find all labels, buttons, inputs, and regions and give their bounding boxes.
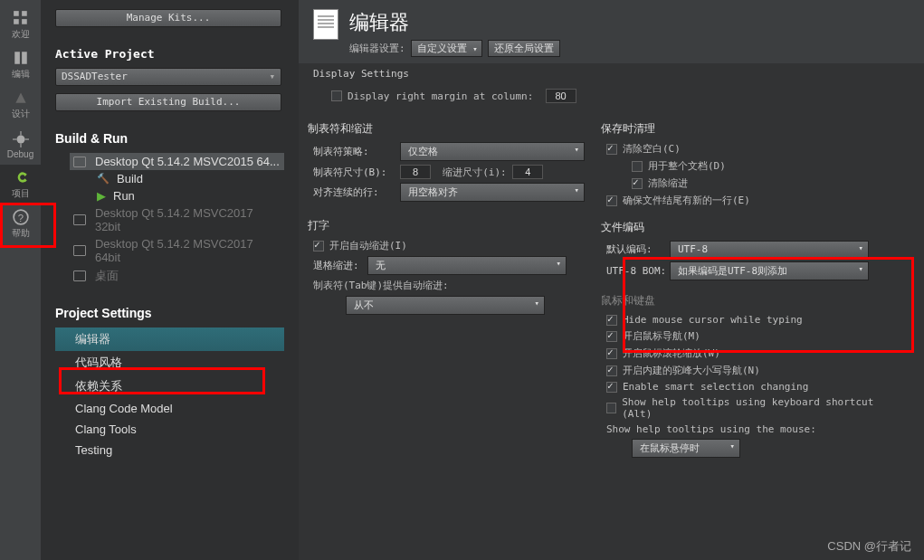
kit-build[interactable]: 🔨Build bbox=[70, 170, 284, 187]
import-build-button[interactable]: Import Existing Build... bbox=[55, 93, 281, 111]
kit-item[interactable]: 桌面 bbox=[70, 266, 284, 286]
tab-size-label: 制表符尺寸(B): bbox=[313, 166, 400, 179]
align-select[interactable]: 用空格对齐 bbox=[400, 183, 585, 202]
tab-policy-label: 制表符策略: bbox=[313, 145, 400, 158]
monitor-icon bbox=[73, 214, 86, 225]
clean-ws-checkbox[interactable] bbox=[606, 144, 617, 155]
tab-size-input[interactable] bbox=[400, 165, 431, 179]
indent-size-input[interactable] bbox=[512, 165, 543, 179]
ps-clang-model[interactable]: Clang Code Model bbox=[55, 398, 284, 419]
document-icon bbox=[313, 9, 338, 40]
ensure-newline-checkbox[interactable] bbox=[606, 195, 617, 206]
tooltip-mouse-label: Show help tooltips using the mouse: bbox=[606, 423, 816, 435]
tabkey-label: 制表符(Tab键)提供自动缩进: bbox=[313, 279, 585, 292]
display-settings-label: Display Settings bbox=[313, 68, 910, 80]
project-settings-header: Project Settings bbox=[55, 306, 284, 320]
mode-debug[interactable]: Debug bbox=[0, 125, 41, 165]
hide-cursor-label: Hide mouse cursor while typing bbox=[623, 314, 803, 326]
auto-indent-checkbox[interactable] bbox=[313, 241, 324, 252]
left-mode-bar: 欢迎 编辑 设计 Debug 项目 ?帮助 bbox=[0, 0, 41, 560]
hammer-icon: 🔨 bbox=[97, 173, 110, 185]
monitor-icon bbox=[73, 271, 86, 281]
ensure-newline-label: 确保文件结尾有新的一行(E) bbox=[623, 194, 750, 207]
camelcase-label: 开启内建的驼峰大小写导航(N) bbox=[623, 364, 760, 377]
mouse-kbd-header: 鼠标和键盘 bbox=[601, 293, 887, 308]
hide-cursor-checkbox[interactable] bbox=[606, 315, 617, 326]
svg-rect-5 bbox=[22, 52, 27, 64]
active-project-header: Active Project bbox=[55, 47, 284, 61]
backspace-select[interactable]: 无 bbox=[367, 256, 567, 275]
main-panel: 编辑器 编辑器设置: 自定义设置 还原全局设置 Display Settings… bbox=[299, 0, 924, 560]
tab-policy-select[interactable]: 仅空格 bbox=[400, 142, 585, 161]
scroll-zoom-label: 开启鼠标滚轮缩放(W) bbox=[623, 346, 720, 360]
mode-edit[interactable]: 编辑 bbox=[0, 45, 41, 85]
monitor-icon bbox=[73, 157, 86, 167]
backspace-label: 退格缩进: bbox=[313, 259, 367, 272]
auto-indent-label: 开启自动缩进(I) bbox=[329, 239, 407, 252]
mode-design[interactable]: 设计 bbox=[0, 85, 41, 125]
manage-kits-button[interactable]: Manage Kits... bbox=[55, 9, 281, 27]
mode-projects[interactable]: 项目 bbox=[0, 165, 41, 204]
tooltip-kbd-label: Show help tooltips using keyboard shortc… bbox=[622, 396, 887, 420]
align-label: 对齐连续的行: bbox=[313, 185, 400, 199]
bom-label: UTF-8 BOM: bbox=[606, 265, 670, 277]
kit-run[interactable]: ▶Run bbox=[70, 187, 284, 204]
ps-testing[interactable]: Testing bbox=[55, 440, 284, 460]
tooltip-kbd-checkbox[interactable] bbox=[606, 403, 616, 413]
side-panel: Manage Kits... Active Project DSSADTeste… bbox=[41, 0, 299, 560]
default-enc-label: 默认编码: bbox=[606, 242, 670, 256]
kit-item[interactable]: Desktop Qt 5.14.2 MSVC2017 64bit bbox=[70, 235, 284, 266]
clean-ws-label: 清除空白(C) bbox=[623, 142, 681, 156]
editor-settings-select[interactable]: 自定义设置 bbox=[411, 40, 482, 57]
whole-doc-checkbox[interactable] bbox=[632, 161, 643, 172]
ps-clang-tools[interactable]: Clang Tools bbox=[55, 419, 284, 440]
ps-dependencies[interactable]: 依赖关系 bbox=[55, 375, 284, 398]
clean-indent-checkbox[interactable] bbox=[632, 178, 643, 189]
cleanup-header: 保存时清理 bbox=[601, 121, 887, 137]
scroll-zoom-checkbox[interactable] bbox=[606, 348, 617, 359]
active-project-select[interactable]: DSSADTester bbox=[55, 68, 281, 86]
bom-select[interactable]: 如果编码是UTF-8则添加 bbox=[670, 261, 869, 280]
whole-doc-label: 用于整个文档(D) bbox=[648, 159, 726, 173]
watermark: CSDN @行者记 bbox=[827, 538, 911, 555]
svg-point-6 bbox=[16, 135, 24, 143]
page-title: 编辑器 bbox=[349, 9, 560, 36]
mouse-nav-checkbox[interactable] bbox=[606, 331, 617, 342]
margin-checkbox[interactable] bbox=[331, 90, 342, 101]
svg-rect-3 bbox=[22, 19, 27, 24]
indent-size-label: 缩进尺寸(i): bbox=[443, 166, 507, 179]
restore-global-button[interactable]: 还原全局设置 bbox=[488, 40, 560, 57]
svg-rect-2 bbox=[14, 19, 19, 24]
clean-indent-label: 清除缩进 bbox=[648, 176, 688, 190]
typing-header: 打字 bbox=[308, 218, 585, 233]
svg-text:?: ? bbox=[17, 213, 23, 223]
kit-list: Desktop Qt 5.14.2 MSVC2015 64... 🔨Build … bbox=[70, 153, 284, 286]
margin-label: Display right margin at column: bbox=[348, 90, 533, 102]
mode-help[interactable]: ?帮助 bbox=[0, 204, 41, 244]
encoding-header: 文件编码 bbox=[601, 220, 887, 235]
ps-codestyle[interactable]: 代码风格 bbox=[55, 351, 284, 375]
mode-welcome[interactable]: 欢迎 bbox=[0, 5, 41, 45]
play-icon: ▶ bbox=[97, 189, 106, 203]
editor-settings-label: 编辑器设置: bbox=[349, 42, 405, 55]
build-run-header: Build & Run bbox=[55, 131, 284, 146]
tabs-indent-header: 制表符和缩进 bbox=[308, 121, 585, 137]
smart-sel-label: Enable smart selection changing bbox=[623, 381, 808, 393]
svg-rect-0 bbox=[14, 11, 19, 16]
tooltip-mouse-select[interactable]: 在鼠标悬停时 bbox=[632, 439, 740, 458]
margin-input[interactable] bbox=[546, 89, 576, 103]
camelcase-checkbox[interactable] bbox=[606, 365, 617, 376]
svg-rect-4 bbox=[14, 52, 20, 64]
smart-sel-checkbox[interactable] bbox=[606, 382, 617, 393]
svg-rect-1 bbox=[22, 11, 27, 16]
mouse-nav-label: 开启鼠标导航(M) bbox=[623, 329, 700, 343]
monitor-icon bbox=[73, 245, 86, 256]
default-enc-select[interactable]: UTF-8 bbox=[670, 241, 869, 258]
kit-item[interactable]: Desktop Qt 5.14.2 MSVC2017 32bit bbox=[70, 204, 284, 235]
tabkey-select[interactable]: 从不 bbox=[346, 296, 545, 315]
kit-item[interactable]: Desktop Qt 5.14.2 MSVC2015 64... bbox=[70, 153, 284, 170]
ps-editor[interactable]: 编辑器 bbox=[55, 327, 284, 351]
